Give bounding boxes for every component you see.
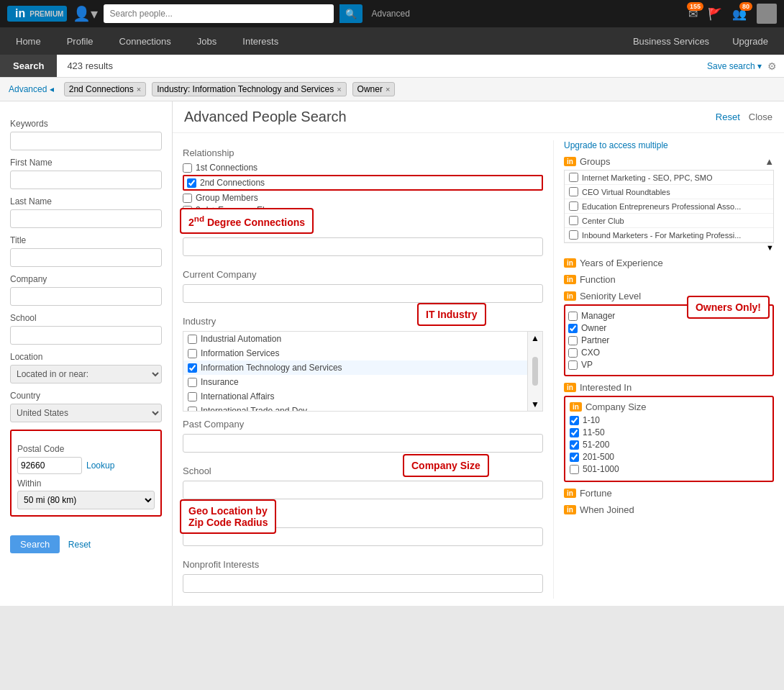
- cb-501-1000[interactable]: [570, 465, 579, 474]
- seniority-list: Manager Owner Partner CXO: [564, 304, 774, 376]
- cb-1-10[interactable]: [570, 416, 579, 425]
- cb-insurance[interactable]: [188, 378, 197, 387]
- advanced-panel-body: Relationship 1st Connections 2nd Connect…: [173, 133, 784, 606]
- postal-input[interactable]: [17, 457, 82, 474]
- chip-industry: Industry: Information Technology and Ser…: [152, 82, 346, 96]
- chip-remove-btn[interactable]: ×: [386, 85, 390, 94]
- cb-201-500[interactable]: [570, 453, 579, 462]
- upgrade-link[interactable]: Upgrade to access multiple: [564, 140, 774, 150]
- nav-jobs[interactable]: Jobs: [193, 27, 221, 55]
- cb-cxo[interactable]: [568, 348, 578, 358]
- cb-automation[interactable]: [188, 335, 197, 344]
- search-button[interactable]: Search: [10, 535, 60, 553]
- checkbox-2nd[interactable]: [187, 178, 196, 188]
- notifications-icon[interactable]: 👥 80: [732, 7, 747, 21]
- profile-language-label: Profile Language: [183, 512, 543, 523]
- cb-group-4[interactable]: [569, 216, 578, 225]
- scroll-up-right[interactable]: ▲: [765, 156, 774, 167]
- nav-home[interactable]: Home: [12, 27, 45, 55]
- cb-owner[interactable]: [568, 324, 578, 333]
- industry-item-it: Information Technology and Services: [183, 360, 527, 375]
- scroll-up-icon[interactable]: ▲: [531, 333, 539, 343]
- profile-icon-btn[interactable]: 👤▾: [73, 5, 98, 22]
- within-select[interactable]: 50 mi (80 km) 10 mi (16 km) 25 mi (40 km…: [17, 491, 155, 509]
- checkbox-3rd[interactable]: [183, 206, 192, 215]
- search-input[interactable]: [104, 4, 334, 23]
- country-select[interactable]: United States: [10, 404, 162, 422]
- industry-item-more: International Trade and Dev...: [183, 404, 527, 411]
- cb-group-3[interactable]: [569, 201, 578, 211]
- linkedin-logo[interactable]: in PREMIUM: [7, 6, 67, 22]
- location-select[interactable]: Located in or near:: [10, 365, 162, 383]
- current-company-input[interactable]: [183, 284, 543, 303]
- cb-11-50[interactable]: [570, 428, 579, 437]
- when-joined-label: When Joined: [580, 504, 634, 515]
- title-input[interactable]: [10, 248, 162, 267]
- advanced-link[interactable]: Advanced: [371, 9, 409, 19]
- cb-51-200[interactable]: [570, 440, 579, 450]
- nav-right: Business Services Upgrade: [629, 27, 772, 55]
- school-input[interactable]: [10, 326, 162, 345]
- chip-label: Owner: [357, 84, 383, 94]
- chip-label: 2nd Connections: [69, 84, 134, 94]
- checkbox-group[interactable]: [183, 194, 192, 203]
- chip-remove-btn[interactable]: ×: [137, 85, 141, 94]
- school-adv-input[interactable]: [183, 481, 543, 499]
- title-label: Title: [10, 235, 162, 245]
- years-exp-label: Years of Experience: [580, 258, 663, 268]
- postal-code-section: Postal Code Lookup Within 50 mi (80 km) …: [10, 430, 162, 517]
- in-badge-cs: in: [570, 402, 582, 412]
- search-button[interactable]: 🔍: [339, 4, 363, 23]
- nav-connections[interactable]: Connections: [115, 27, 176, 55]
- industry-scroll-container: Industrial Automation Information Servic…: [183, 331, 543, 412]
- cb-group-2[interactable]: [569, 187, 578, 196]
- flag-icon[interactable]: 🚩: [708, 7, 722, 21]
- nav-profile[interactable]: Profile: [63, 27, 98, 55]
- past-company-input[interactable]: [183, 434, 543, 453]
- cb-manager[interactable]: [568, 312, 578, 321]
- checkbox-1st[interactable]: [183, 163, 192, 173]
- settings-icon[interactable]: ⚙: [767, 60, 777, 72]
- save-search-link[interactable]: Save search ▾: [707, 61, 762, 71]
- nonprofit-input[interactable]: [183, 574, 543, 593]
- label-51-200: 51-200: [583, 440, 609, 450]
- cb-intl-affairs[interactable]: [188, 392, 197, 401]
- group-item-4: Center Club: [565, 214, 773, 228]
- profile-language-input[interactable]: [183, 527, 543, 546]
- nav-interests[interactable]: Interests: [238, 27, 283, 55]
- scroll-down-right[interactable]: ▼: [564, 243, 774, 252]
- avatar[interactable]: [757, 4, 777, 24]
- industry-item-info-services: Information Services: [183, 346, 527, 360]
- cb-info-services[interactable]: [188, 349, 197, 358]
- nav-business-services[interactable]: Business Services: [629, 27, 714, 55]
- firstname-label: First Name: [10, 158, 162, 168]
- cb-vp[interactable]: [568, 360, 578, 370]
- industry-item-insurance: Insurance: [183, 375, 527, 389]
- messages-icon[interactable]: ✉ 155: [688, 7, 698, 21]
- firstname-input[interactable]: [10, 171, 162, 189]
- company-input[interactable]: [10, 287, 162, 306]
- lastname-input[interactable]: [10, 209, 162, 228]
- cb-group-1[interactable]: [569, 173, 578, 182]
- nav-upgrade[interactable]: Upgrade: [728, 27, 772, 55]
- location-adv-input[interactable]: [183, 237, 543, 256]
- industry-scroll-control[interactable]: ▲ ▼: [527, 332, 542, 411]
- lookup-button[interactable]: Lookup: [86, 460, 114, 471]
- premium-label: PREMIUM: [29, 10, 63, 18]
- chip-label: Industry: Information Technology and Ser…: [157, 84, 334, 94]
- search-tab[interactable]: Search: [0, 55, 57, 77]
- cb-partner[interactable]: [568, 336, 578, 345]
- cb-group-5[interactable]: [569, 230, 578, 240]
- chip-remove-btn[interactable]: ×: [337, 85, 341, 94]
- cb-more[interactable]: [188, 407, 197, 412]
- left-sidebar: Keywords First Name Last Name Title Comp…: [0, 101, 173, 606]
- close-link[interactable]: Close: [749, 112, 772, 122]
- advanced-link2[interactable]: Advanced ◂: [9, 84, 54, 94]
- main-nav: Home Profile Connections Jobs Interests …: [0, 27, 784, 55]
- reset-link[interactable]: Reset: [716, 112, 740, 122]
- reset-button[interactable]: Reset: [68, 540, 91, 550]
- cb-it[interactable]: [188, 363, 197, 373]
- industry-item-intl-affairs: International Affairs: [183, 389, 527, 404]
- scroll-down-icon[interactable]: ▼: [531, 399, 539, 409]
- keywords-input[interactable]: [10, 132, 162, 150]
